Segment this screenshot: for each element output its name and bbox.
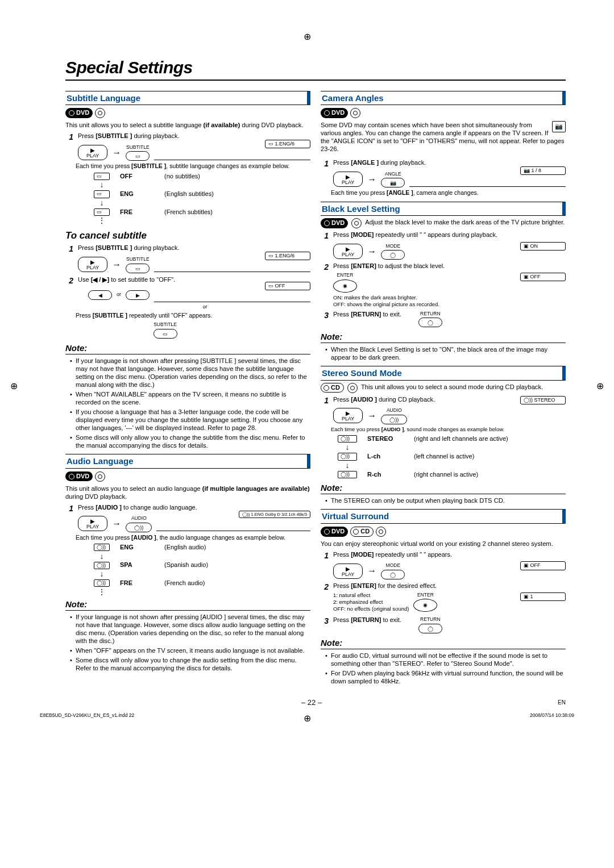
subtitle-flow: ▭OFF(no subtitles) ↓ ▭ENG(English subtit…	[94, 173, 310, 224]
stereo-flow: ◯))STEREO(right and left channels are ac…	[338, 435, 566, 479]
subtitle-button-label: SUBTITLE	[126, 256, 150, 262]
enter-button-icon: ◉	[333, 279, 357, 293]
right-column: Camera Angles DVD 📷 Some DVD may contain…	[321, 86, 566, 687]
dvd-badge: DVD	[321, 527, 348, 537]
angle-icon: 📷	[552, 121, 566, 132]
crop-mark-icon: ⊕	[304, 713, 311, 724]
content-columns: Subtitle Language DVD This unit allows y…	[65, 86, 566, 687]
camera-intro: Some DVD may contain scenes which have b…	[321, 121, 566, 153]
audio-note-heading: Note:	[65, 599, 310, 611]
disc-icon	[376, 527, 386, 537]
audio-caption: Each time you press [AUDIO ], the audio …	[76, 534, 310, 541]
black-step-3: 3 Press [RETURN] to exit. RETURN ◯	[321, 311, 566, 328]
stereo-diagram: ▶PLAY → AUDIO ◯))	[333, 407, 566, 424]
mode-button-icon: ◯	[381, 250, 405, 260]
virtual-disc-badges: DVD CD	[321, 527, 566, 537]
disc-icon	[351, 218, 362, 228]
play-button-icon: ▶PLAY	[333, 244, 363, 259]
play-button-icon: ▶PLAY	[333, 172, 363, 187]
stereo-caption: Each time you press [AUDIO ], sound mode…	[331, 426, 566, 433]
enter-button-label: ENTER	[413, 592, 437, 598]
crop-mark-icon: ⊕	[10, 381, 18, 392]
enter-button-label: ENTER	[333, 272, 357, 278]
return-button-icon: ◯	[418, 624, 442, 633]
black-notes: When the Black Level Setting is set to "…	[321, 345, 566, 361]
audio-osd-callout: ◯)) 1.ENG Dolby D 3/2.1ch 48k/3	[239, 511, 310, 518]
audio-disc-badges: DVD	[65, 471, 310, 482]
mode-button-label: MODE	[381, 243, 405, 249]
arrow-icon: →	[112, 518, 121, 529]
effect-2: 2: emphasized effect	[333, 599, 409, 606]
off-desc: OFF: shows the original picture as recor…	[333, 301, 566, 308]
subtitle-intro: This unit allows you to select a subtitl…	[65, 121, 310, 129]
subtitle-button-label: SUBTITLE	[126, 144, 150, 151]
subtitle-osd-callout: ▭ 1.ENG/6	[265, 140, 310, 148]
subtitle-disc-badges: DVD	[65, 108, 310, 118]
audio-button-icon: ◯))	[126, 523, 152, 532]
cancel-diagram-1: ▶PLAY → SUBTITLE ▭ ▭ 1.ENG/6	[78, 256, 310, 273]
or-label: or	[99, 304, 310, 310]
page-title: Special Settings	[65, 57, 566, 81]
black-diagram-1: ▶PLAY → MODE ◯ ▣ ON	[333, 243, 566, 260]
virtual-notes: For audio CD, virtual surround will not …	[321, 652, 566, 685]
camera-disc-badges: DVD	[321, 108, 566, 118]
virtual-note-heading: Note:	[321, 638, 566, 649]
stereo-intro-row: CD This unit allows you to select a soun…	[321, 383, 566, 393]
lang-code: EN	[558, 699, 566, 707]
on-desc: ON: makes the dark areas brighter.	[333, 294, 566, 301]
subtitle-notes: If your language is not shown after pres…	[65, 357, 310, 449]
mode-button-icon: ◯	[381, 570, 405, 579]
play-button-icon: ▶PLAY	[333, 564, 363, 579]
virtual-diagram-1: ▶PLAY → MODE ◯ ▣ OFF	[333, 562, 566, 579]
audio-intro: This unit allows you to select an audio …	[65, 485, 310, 500]
stereo-osd-callout: ◯)) STEREO	[520, 396, 566, 404]
subtitle-language-heading: Subtitle Language	[65, 91, 310, 106]
audio-button-label: AUDIO	[126, 515, 152, 521]
play-button-icon: ▶PLAY	[333, 408, 363, 423]
return-button-label: RETURN	[418, 311, 442, 317]
subtitle-button-icon: ▭	[154, 329, 177, 339]
angle-button-label: ANGLE	[381, 171, 405, 177]
subtitle-button-icon: ▭	[126, 151, 150, 161]
one-osd-callout: ▣ 1	[520, 592, 566, 601]
audio-flow: ◯))ENG(English audio) ↓ ◯))SPA(Spanish a…	[94, 544, 310, 595]
angle-button-icon: 📷	[381, 178, 405, 187]
black-level-heading: Black Level Setting	[321, 202, 566, 216]
page-footer: – 22 – EN	[65, 698, 566, 707]
crop-mark-icon: ⊕	[596, 381, 604, 392]
off-osd-callout: ▭ OFF	[265, 282, 310, 290]
subtitle-button-icon: ▭	[126, 264, 150, 273]
camera-angles-heading: Camera Angles	[321, 91, 566, 106]
dvd-badge: DVD	[321, 108, 348, 118]
black-intro-row: DVD Adjust the black level to make the d…	[321, 218, 566, 228]
return-button-label: RETURN	[418, 616, 442, 623]
audio-diagram: ▶PLAY → AUDIO ◯)) ◯)) 1.ENG Dolby D 3/2.…	[78, 515, 310, 532]
cd-badge: CD	[321, 383, 344, 393]
dvd-badge: DVD	[65, 471, 93, 482]
effect-1: 1: natural effect	[333, 592, 409, 599]
return-button-icon: ◯	[418, 318, 442, 327]
subtitle-caption: Each time you press [SUBTITLE ], subtitl…	[76, 162, 310, 170]
off-osd-callout: ▣ OFF	[520, 561, 566, 570]
black-note-heading: Note:	[321, 332, 566, 343]
cancel-caption: Press [SUBTITLE ] repeatedly until "OFF"…	[76, 312, 310, 319]
enter-button-icon: ◉	[413, 599, 437, 612]
audio-notes: If your language is not shown after pres…	[65, 613, 310, 672]
off-osd-callout: ▣ OFF	[520, 273, 566, 281]
right-arrow-button-icon: ▶	[126, 290, 150, 300]
left-column: Subtitle Language DVD This unit allows y…	[65, 86, 310, 687]
arrow-icon: →	[367, 174, 376, 185]
camera-diagram: ▶PLAY → ANGLE 📷 📷 1 / 8	[333, 171, 566, 188]
crop-mark-icon: ⊕	[304, 31, 311, 43]
virtual-step-2: 2 Press [ENTER] for the desired effect. …	[321, 582, 566, 614]
dvd-badge: DVD	[321, 218, 348, 228]
page-number: – 22 –	[301, 698, 322, 707]
audio-language-heading: Audio Language	[65, 454, 310, 469]
audio-button-label: AUDIO	[381, 407, 407, 414]
virtual-step-3: 3 Press [RETURN] to exit. RETURN ◯	[321, 616, 566, 633]
arrow-icon: →	[367, 410, 376, 422]
subtitle-key-diagram: ▶PLAY → SUBTITLE ▭ ▭ 1.ENG/6	[78, 144, 310, 161]
dvd-badge: DVD	[65, 108, 93, 118]
arrow-icon: →	[112, 259, 121, 270]
stereo-step-1: 1 Press [AUDIO ] during CD playback. ◯))…	[321, 396, 566, 406]
